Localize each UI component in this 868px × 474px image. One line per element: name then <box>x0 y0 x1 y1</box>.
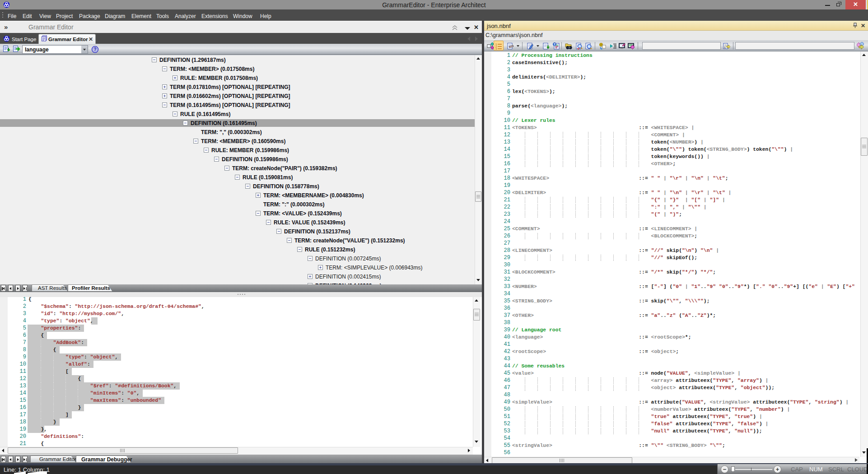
svg-text:E: E <box>724 46 726 49</box>
svg-text:?: ? <box>93 47 96 52</box>
svg-text:3: 3 <box>495 47 497 50</box>
svg-text:T: T <box>554 43 555 46</box>
